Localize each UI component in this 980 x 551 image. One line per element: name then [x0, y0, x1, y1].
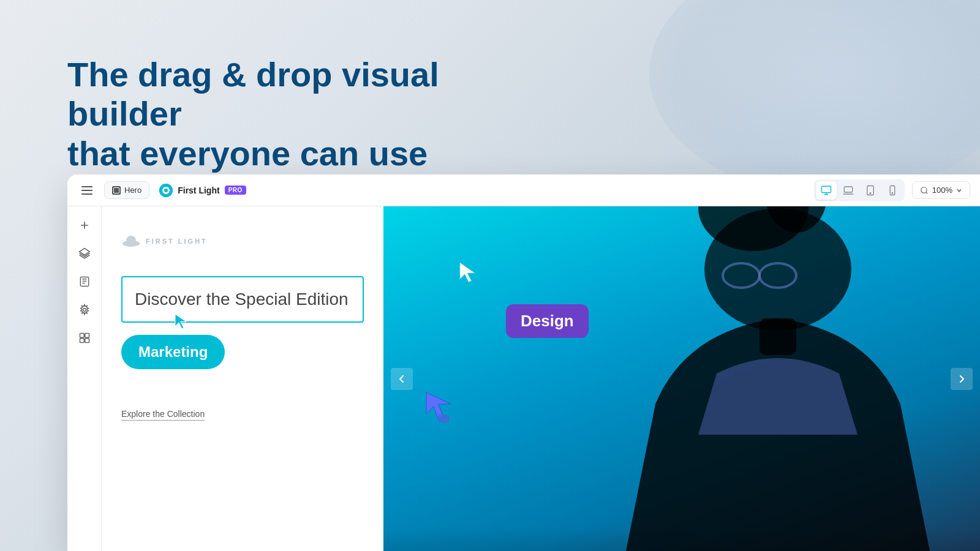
- desktop-icon: [821, 185, 832, 196]
- hero-headline: The drag & drop visual builder that ever…: [67, 55, 527, 173]
- settings-icon: [78, 304, 91, 316]
- tab-label: Hero: [124, 186, 141, 195]
- page-icon: [112, 186, 121, 195]
- svg-rect-4: [844, 187, 853, 192]
- svg-rect-22: [760, 318, 796, 355]
- brand-name: First Light: [178, 186, 219, 195]
- cyan-cursor: [173, 313, 190, 332]
- design-label: Design: [506, 304, 589, 338]
- add-element-button[interactable]: [73, 214, 96, 237]
- canvas-logo: FIRST LIGHT: [121, 236, 364, 247]
- svg-rect-15: [80, 339, 84, 343]
- design-label-text: Design: [521, 312, 574, 330]
- hero-line1: The drag & drop visual builder: [67, 55, 439, 133]
- person-silhouette: [564, 206, 980, 551]
- canvas-logo-text: FIRST LIGHT: [146, 238, 208, 245]
- sidebar-left: [67, 206, 102, 551]
- tablet-device-button[interactable]: [860, 181, 881, 200]
- hero-section: The drag & drop visual builder that ever…: [67, 55, 527, 173]
- marketing-button-label: Marketing: [138, 343, 208, 361]
- pro-badge: PRO: [225, 186, 246, 195]
- discover-text: Discover the Special Edition: [135, 288, 350, 310]
- laptop-icon: [843, 185, 854, 196]
- marketing-button[interactable]: Marketing: [121, 335, 225, 369]
- prev-arrow-button[interactable]: [391, 368, 413, 390]
- tablet-icon: [865, 185, 876, 196]
- zoom-control[interactable]: 100%: [912, 181, 970, 199]
- canvas-area: FIRST LIGHT Discover the Special Edition: [102, 206, 980, 551]
- templates-icon: [78, 332, 91, 344]
- page-icon: [78, 276, 91, 288]
- builder-body: FIRST LIGHT Discover the Special Edition: [67, 206, 980, 551]
- pages-button[interactable]: [73, 270, 96, 293]
- brand-info: First Light PRO: [159, 184, 246, 197]
- first-light-logo-icon: [121, 236, 141, 247]
- svg-point-2: [164, 189, 168, 192]
- svg-rect-13: [80, 334, 84, 338]
- left-arrow-icon: [397, 374, 407, 384]
- blue-cursor-icon: [420, 389, 457, 426]
- canvas-left-panel: FIRST LIGHT Discover the Special Edition: [102, 206, 383, 551]
- hamburger-icon: [81, 186, 92, 195]
- cyan-cursor-icon: [173, 313, 190, 330]
- explore-link-text: Explore the Collection: [121, 409, 205, 419]
- white-cursor: [457, 261, 479, 286]
- svg-point-12: [83, 309, 86, 312]
- brand-logo-icon: [159, 184, 173, 197]
- search-icon: [920, 186, 929, 195]
- laptop-device-button[interactable]: [838, 181, 859, 200]
- page-tab[interactable]: Hero: [104, 181, 149, 199]
- right-arrow-icon: [957, 374, 967, 384]
- svg-point-6: [870, 192, 871, 193]
- blue-cursor: [420, 389, 457, 429]
- desktop-device-button[interactable]: [816, 181, 837, 200]
- toolbar: Hero First Light PRO: [67, 174, 980, 206]
- svg-point-8: [892, 192, 893, 193]
- layers-icon: [78, 247, 91, 260]
- svg-rect-14: [85, 334, 89, 338]
- hero-line2: that everyone can use: [67, 134, 428, 173]
- svg-rect-3: [821, 186, 831, 193]
- discover-text-box[interactable]: Discover the Special Edition: [121, 276, 364, 323]
- chevron-down-icon: [956, 187, 962, 193]
- layers-button[interactable]: [73, 242, 96, 265]
- brand-logo: [159, 184, 173, 197]
- mobile-device-button[interactable]: [882, 181, 903, 200]
- templates-button[interactable]: [73, 326, 96, 350]
- next-arrow-button[interactable]: [951, 368, 973, 390]
- svg-rect-11: [80, 277, 88, 287]
- svg-point-25: [437, 414, 450, 423]
- builder-window: Hero First Light PRO: [67, 174, 980, 551]
- settings-button[interactable]: [73, 298, 96, 321]
- svg-point-9: [921, 187, 927, 192]
- explore-link[interactable]: Explore the Collection: [121, 409, 205, 421]
- mobile-icon: [887, 185, 898, 196]
- svg-point-18: [126, 236, 136, 246]
- white-cursor-icon: [457, 261, 479, 283]
- plus-icon: [78, 219, 91, 231]
- canvas-right-panel: Design: [383, 206, 980, 551]
- menu-button[interactable]: [77, 181, 97, 200]
- zoom-value: 100%: [932, 186, 952, 195]
- svg-rect-16: [85, 339, 89, 343]
- device-selector: [814, 179, 905, 201]
